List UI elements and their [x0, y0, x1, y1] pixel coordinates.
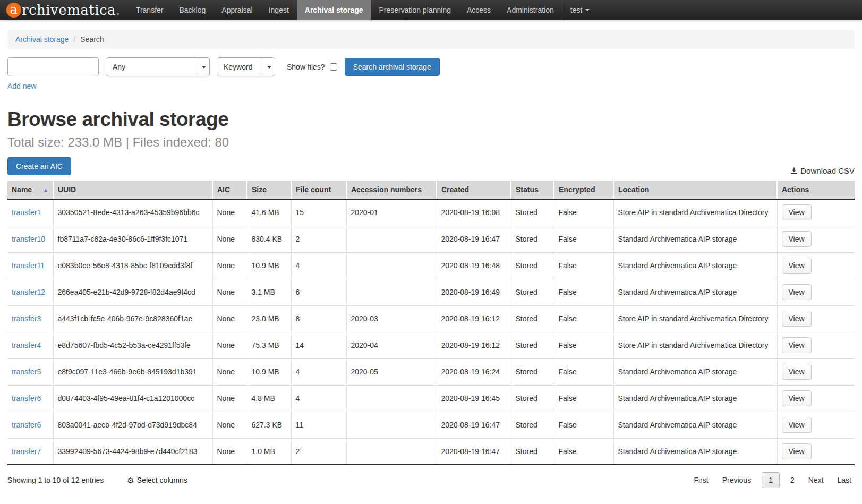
aic-cell: None	[212, 305, 247, 332]
breadcrumb-separator: /	[73, 35, 75, 44]
main-menu: Transfer Backlog Appraisal Ingest Archiv…	[128, 0, 598, 20]
breadcrumb-archival-storage-link[interactable]: Archival storage	[15, 35, 69, 44]
transfer-name-link[interactable]: transfer6	[12, 421, 41, 429]
select-columns-label: Select columns	[137, 476, 187, 484]
show-files-label: Show files?	[287, 63, 325, 71]
column-header-uuid[interactable]: UUID	[53, 181, 212, 199]
view-button[interactable]: View	[782, 258, 812, 274]
view-button[interactable]: View	[782, 231, 812, 247]
nav-item-backlog[interactable]: Backlog	[171, 0, 214, 20]
create-aic-button[interactable]: Create an AIC	[7, 157, 71, 175]
pagination-next[interactable]: Next	[805, 473, 827, 488]
created-cell: 2020-08-19 16:45	[437, 385, 511, 412]
caret-down-icon	[585, 9, 590, 11]
search-query-input[interactable]	[7, 57, 99, 76]
location-cell: Standard Archivematica AIP storage	[613, 438, 777, 465]
column-header-accession-numbers[interactable]: Accession numbers	[346, 181, 437, 199]
created-cell: 2020-08-19 16:24	[437, 358, 511, 385]
status-cell: Stored	[511, 332, 554, 358]
nav-item-access[interactable]: Access	[459, 0, 499, 20]
view-button[interactable]: View	[782, 364, 812, 380]
location-cell: Store AIP in standard Archivematica Dire…	[613, 199, 777, 226]
download-csv-link[interactable]: Download CSV	[790, 166, 855, 175]
location-cell: Standard Archivematica AIP storage	[613, 412, 777, 438]
download-csv-label: Download CSV	[800, 166, 855, 175]
pagination-page-2[interactable]: 2	[787, 473, 798, 488]
nav-item-ingest[interactable]: Ingest	[261, 0, 297, 20]
size-cell: 10.9 MB	[247, 252, 291, 279]
transfer-name-link[interactable]: transfer6	[12, 394, 41, 403]
transfer-name-link[interactable]: transfer3	[12, 314, 41, 323]
pagination-last[interactable]: Last	[834, 473, 855, 488]
size-cell: 3.1 MB	[247, 279, 291, 305]
column-header-aic[interactable]: AIC	[212, 181, 247, 199]
table-row: transfer3 a443f1cb-fc5e-406b-967e-9c8283…	[7, 305, 855, 332]
view-button[interactable]: View	[782, 390, 812, 406]
size-cell: 627.3 KB	[247, 412, 291, 438]
accession-numbers-cell	[346, 438, 437, 465]
uuid-cell: 803a0041-aecb-4f2d-97bd-d73d919dbc84	[53, 412, 212, 438]
encrypted-cell: False	[554, 412, 613, 438]
view-button[interactable]: View	[782, 284, 812, 300]
nav-item-appraisal[interactable]: Appraisal	[214, 0, 260, 20]
encrypted-cell: False	[554, 438, 613, 465]
accession-numbers-cell	[346, 279, 437, 305]
transfer-name-link[interactable]: transfer7	[12, 447, 41, 456]
location-cell: Store AIP in standard Archivematica Dire…	[613, 332, 777, 358]
archivematica-logo[interactable]: archivematica.	[0, 0, 128, 20]
pagination-first[interactable]: First	[690, 473, 711, 488]
column-header-location[interactable]: Location	[613, 181, 777, 199]
location-cell: Standard Archivematica AIP storage	[613, 358, 777, 385]
search-type-select[interactable]: Keyword	[217, 57, 275, 76]
search-archival-storage-button[interactable]: Search archival storage	[345, 58, 440, 76]
column-header-encrypted[interactable]: Encrypted	[554, 181, 613, 199]
table-header-row: Name▲ UUID AIC Size File count Accession…	[7, 181, 855, 199]
view-button[interactable]: View	[782, 443, 812, 459]
transfer-name-link[interactable]: transfer11	[12, 261, 45, 270]
transfer-name-link[interactable]: transfer12	[12, 288, 45, 296]
breadcrumb-current: Search	[80, 35, 104, 44]
uuid-cell: d0874403-4f95-49ea-81f4-c1a1201000cc	[53, 385, 212, 412]
file-count-cell: 15	[291, 199, 346, 226]
column-header-file-count[interactable]: File count	[291, 181, 346, 199]
column-header-status[interactable]: Status	[511, 181, 554, 199]
size-cell: 1.0 MB	[247, 438, 291, 465]
search-field-select[interactable]: Any	[106, 57, 210, 76]
aic-cell: None	[212, 438, 247, 465]
aic-cell: None	[212, 412, 247, 438]
nav-item-archival-storage[interactable]: Archival storage	[297, 0, 371, 20]
uuid-cell: 30350521-8ede-4313-a263-45359b96bb6c	[53, 199, 212, 226]
nav-item-preservation-planning[interactable]: Preservation planning	[371, 0, 459, 20]
accession-numbers-cell: 2020-01	[346, 199, 437, 226]
location-cell: Standard Archivematica AIP storage	[613, 252, 777, 279]
show-files-checkbox[interactable]	[330, 63, 337, 71]
show-files-control: Show files?	[287, 63, 337, 71]
add-new-link[interactable]: Add new	[7, 82, 36, 90]
view-button[interactable]: View	[782, 311, 812, 327]
accession-numbers-cell: 2020-03	[346, 305, 437, 332]
column-header-actions[interactable]: Actions	[777, 181, 855, 199]
uuid-cell: a443f1cb-fc5e-406b-967e-9c828360f1ae	[53, 305, 212, 332]
user-menu[interactable]: test	[562, 0, 598, 20]
transfer-name-link[interactable]: transfer5	[12, 368, 41, 376]
file-count-cell: 11	[291, 412, 346, 438]
transfer-name-link[interactable]: transfer4	[12, 341, 41, 349]
column-header-size[interactable]: Size	[247, 181, 291, 199]
nav-item-transfer[interactable]: Transfer	[128, 0, 172, 20]
column-header-created[interactable]: Created	[437, 181, 511, 199]
table-row: transfer6 803a0041-aecb-4f2d-97bd-d73d91…	[7, 412, 855, 438]
view-button[interactable]: View	[782, 417, 812, 433]
nav-item-administration[interactable]: Administration	[499, 0, 562, 20]
column-header-name[interactable]: Name▲	[7, 181, 53, 199]
pagination-previous[interactable]: Previous	[719, 473, 754, 488]
status-cell: Stored	[511, 438, 554, 465]
view-button[interactable]: View	[782, 204, 812, 220]
aic-cell: None	[212, 199, 247, 226]
pagination-page-1[interactable]: 1	[762, 472, 780, 488]
transfer-name-link[interactable]: transfer10	[12, 235, 45, 243]
uuid-cell: fb8711a7-c82a-4e30-86c6-1ff9f3fc1071	[53, 226, 212, 252]
select-columns-button[interactable]: ⚙ Select columns	[127, 476, 187, 484]
transfer-name-link[interactable]: transfer1	[12, 208, 41, 217]
file-count-cell: 2	[291, 226, 346, 252]
view-button[interactable]: View	[782, 337, 812, 353]
